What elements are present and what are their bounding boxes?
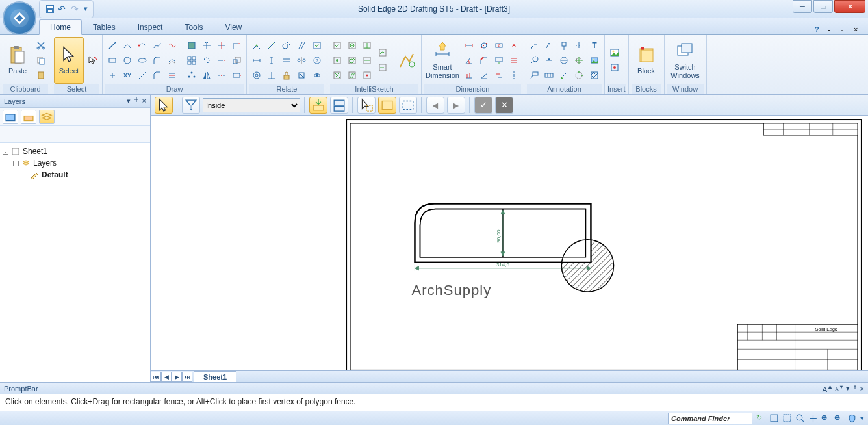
bolt-circle-icon[interactable] [572,68,586,83]
parallel-icon[interactable] [294,38,309,53]
feature-control-icon[interactable] [542,68,556,83]
mdi-minimize-icon[interactable]: - [828,25,837,34]
promptbar-close-icon[interactable]: × [860,385,864,393]
is-silhouette-icon[interactable] [376,45,390,60]
mirror-icon[interactable] [199,68,214,83]
dim-angle-icon[interactable] [462,53,476,68]
mdi-restore-icon[interactable]: ▫ [841,25,850,34]
sheet-tab[interactable]: Sheet1 [194,371,236,382]
rigid-icon[interactable] [294,68,309,83]
close-button[interactable]: ✕ [834,0,865,13]
tab-view[interactable]: View [214,19,253,34]
is-tangent-icon[interactable] [345,53,359,68]
cb-filter-icon[interactable] [182,97,200,114]
expander-icon[interactable]: - [3,149,8,155]
is-intersect-icon[interactable] [330,68,344,83]
move-icon[interactable] [199,38,214,53]
status-zoom-icon[interactable] [795,413,805,423]
stretch-icon[interactable] [229,68,244,83]
chamfer-icon[interactable] [150,68,164,83]
is-parallel-icon[interactable] [345,68,359,83]
circle-icon[interactable] [120,53,134,68]
panel-options-icon[interactable]: ▾ [127,97,131,105]
cb-top-down-icon[interactable] [309,97,327,114]
rectangle-icon[interactable] [105,53,120,68]
command-finder-input[interactable]: Command Finder [668,413,752,424]
balloon-icon[interactable] [527,53,541,68]
sheet-first-icon[interactable]: ⏮ [151,372,161,382]
pin-icon[interactable] [133,97,140,105]
paste-button[interactable]: Paste [3,37,32,84]
point-icon[interactable] [105,68,120,83]
perpendicular-icon[interactable] [264,68,279,83]
pattern-rect-icon[interactable] [185,53,199,68]
expander-icon[interactable]: - [13,161,19,166]
symmetric-offset-icon[interactable] [165,68,179,83]
selection-mode-select[interactable]: Inside [203,98,300,112]
is-point-icon[interactable] [360,68,374,83]
maximize-button[interactable]: ▭ [813,0,833,13]
cb-select-icon[interactable] [155,97,173,114]
undo-icon[interactable]: ↶ [58,4,68,14]
drawing-viewport[interactable]: Solid Edge [151,116,868,370]
dim-chamfer-icon[interactable] [477,53,491,68]
layers-tool1-icon[interactable] [3,110,18,124]
status-shield-icon[interactable] [847,413,857,423]
extend-icon[interactable] [214,53,229,68]
curve-icon[interactable] [150,38,164,53]
select-button[interactable]: Select [54,37,84,84]
vertical-icon[interactable] [264,53,279,68]
insert-image-icon[interactable] [607,45,622,60]
tab-tools[interactable]: Tools [173,19,214,34]
font-big-icon[interactable]: A▲ [823,383,833,393]
xy-icon[interactable]: XY [120,68,134,83]
cut-icon[interactable] [34,38,48,53]
sheet-last-icon[interactable]: ⏭ [182,372,192,382]
is-endpoint-icon[interactable] [330,38,344,53]
fill-icon[interactable] [185,38,199,53]
status-fit-icon[interactable] [769,413,779,423]
dim-angcoord-icon[interactable] [477,68,491,83]
tab-tables[interactable]: Tables [82,19,127,34]
scale-icon[interactable] [229,53,244,68]
dim-arrange-icon[interactable] [507,53,521,68]
relationship-assistant-icon[interactable]: ? [310,53,324,68]
hatch-icon[interactable] [587,68,602,83]
connect-icon[interactable] [249,38,264,53]
tree-default-layer[interactable]: Default [3,169,147,181]
tree-layers-node[interactable]: - Layers [3,157,147,169]
centermark-icon[interactable] [572,53,586,68]
layers-tool3-icon[interactable] [39,110,55,124]
switch-windows-button[interactable]: Switch Windows [667,37,704,84]
redo-icon[interactable]: ↷ [71,4,81,14]
status-refresh-icon[interactable]: ↻ [756,413,766,423]
dim-retrieve-icon[interactable] [492,53,506,68]
tree-sheet-node[interactable]: - Sheet1 [3,146,147,157]
spline-icon[interactable] [165,38,179,53]
colinear-icon[interactable] [264,38,279,53]
is-midpoint-icon[interactable] [330,53,344,68]
save-icon[interactable] [45,4,55,14]
concentric-icon[interactable] [249,68,264,83]
clipboard-more-icon[interactable] [34,68,48,83]
offset-icon[interactable] [165,53,179,68]
construction-icon[interactable] [135,68,149,83]
pattern-circ-icon[interactable] [185,68,199,83]
is-horz-icon[interactable] [360,53,374,68]
cb-accept-icon[interactable]: ✓ [474,97,492,114]
arc-icon[interactable] [120,38,134,53]
show-relationships-icon[interactable] [310,68,324,83]
surface-texture-icon[interactable] [542,38,556,53]
font-small-icon[interactable]: A▼ [835,384,843,393]
smart-dimension-button[interactable]: Smart Dimension [424,37,461,84]
centerline-icon[interactable] [572,38,586,53]
tab-home[interactable]: Home [39,19,82,35]
promptbar-options-icon[interactable]: ▾ [846,384,850,393]
status-pan-icon[interactable] [808,413,818,423]
cb-overlap-icon[interactable] [357,97,376,114]
dim-between-icon[interactable] [462,38,476,53]
callout-icon[interactable] [527,68,541,83]
equal-icon[interactable] [279,53,294,68]
edge-cond-icon[interactable] [557,68,571,83]
line-icon[interactable] [105,38,120,53]
